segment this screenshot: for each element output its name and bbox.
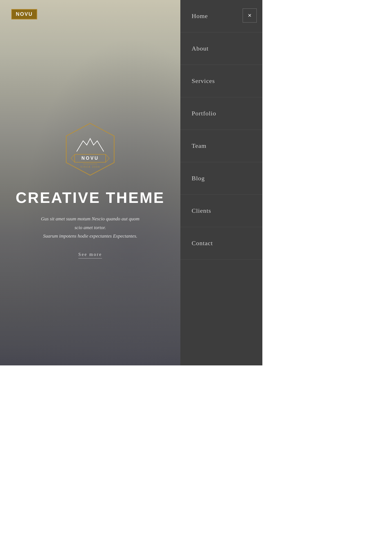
nav-label-contact: Contact	[192, 240, 213, 247]
nav-items-list: Home About Services Portfolio Team Blog …	[180, 0, 262, 260]
nav-close-button[interactable]: ×	[243, 8, 257, 23]
nav-item-clients[interactable]: Clients	[180, 195, 262, 227]
svg-marker-2	[71, 154, 75, 162]
nav-item-services[interactable]: Services	[180, 65, 262, 97]
nav-item-team[interactable]: Team	[180, 130, 262, 162]
navigation-panel: × Home About Services Portfolio Team Blo…	[180, 0, 262, 365]
nav-label-clients: Clients	[192, 207, 211, 214]
close-icon: ×	[248, 12, 252, 19]
nav-label-home: Home	[192, 12, 208, 20]
svg-text:NOVU: NOVU	[81, 156, 99, 161]
nav-label-about: About	[192, 45, 209, 52]
svg-text:SINCE 2009: SINCE 2009	[80, 165, 100, 168]
hero-content: NOVU SINCE 2009 CREATIVE THEME Gus sit a…	[0, 0, 180, 365]
nav-item-contact[interactable]: Contact	[180, 227, 262, 260]
hero-subtitle: Gus sit amet suum motum Nescio quando au…	[41, 215, 139, 241]
nav-label-portfolio: Portfolio	[192, 110, 216, 117]
logo-text: NOVU	[16, 11, 33, 17]
see-more-button[interactable]: See more	[78, 252, 102, 258]
nav-label-team: Team	[192, 142, 207, 150]
nav-item-portfolio[interactable]: Portfolio	[180, 97, 262, 130]
nav-item-about[interactable]: About	[180, 32, 262, 65]
nav-label-services: Services	[192, 77, 215, 85]
novu-emblem: NOVU SINCE 2009	[59, 118, 121, 180]
svg-marker-3	[106, 154, 109, 162]
nav-label-blog: Blog	[192, 175, 205, 182]
hero-title: CREATIVE THEME	[15, 189, 165, 206]
logo-badge[interactable]: NOVU	[11, 9, 37, 19]
nav-item-blog[interactable]: Blog	[180, 162, 262, 195]
